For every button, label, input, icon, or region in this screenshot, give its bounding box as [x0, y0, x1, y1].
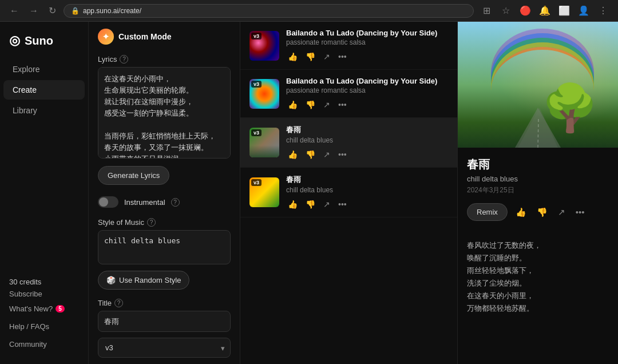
version-badge: v3: [251, 33, 262, 39]
song-title: Bailando a Tu Lado (Dancing by Your Side…: [286, 29, 448, 37]
sidebar: ◎ Suno Explore Create Library 30 credits…: [0, 22, 89, 364]
logo-icon: ◎: [9, 33, 20, 48]
style-section-label: Style of Music ?: [89, 213, 240, 230]
ext-icon-1[interactable]: 🔴: [517, 3, 533, 19]
song-title: Bailando a Tu Lado (Dancing by Your Side…: [286, 77, 448, 85]
forward-button[interactable]: →: [26, 5, 41, 17]
detail-image: [458, 22, 618, 148]
sidebar-item-explore[interactable]: Explore: [3, 60, 85, 79]
share-button[interactable]: ↗: [322, 99, 332, 110]
detail-lyrics: 春风吹过了无数的夜， 唤醒了沉睡的野。 雨丝轻轻地飘落下， 洗淡了尘埃的烟。 在…: [458, 239, 618, 325]
more-button[interactable]: •••: [336, 51, 348, 62]
song-info: Bailando a Tu Lado (Dancing by Your Side…: [286, 77, 448, 110]
remix-button[interactable]: Remix: [467, 203, 508, 221]
dislike-button[interactable]: 👎: [304, 199, 317, 210]
detail-genre: chill delta blues: [467, 175, 609, 183]
main-content: ◎ Suno Explore Create Library 30 credits…: [0, 22, 618, 364]
translate-icon[interactable]: ⊞: [478, 3, 494, 19]
toggle-knob: [99, 197, 108, 207]
song-item[interactable]: v3 Bailando a Tu Lado (Dancing by Your S…: [240, 22, 457, 70]
share-button[interactable]: ↗: [322, 199, 332, 210]
like-button[interactable]: 👍: [286, 149, 299, 160]
share-button[interactable]: ↗: [322, 149, 332, 160]
instrumental-help-icon[interactable]: ?: [171, 198, 180, 207]
lyrics-help-icon[interactable]: ?: [120, 55, 128, 64]
song-item[interactable]: v3 Bailando a Tu Lado (Dancing by Your S…: [240, 70, 457, 118]
version-badge: v3: [251, 81, 262, 88]
detail-more-button[interactable]: •••: [573, 205, 587, 219]
detail-actions: Remix 👍 👎 ↗ •••: [467, 203, 609, 221]
custom-mode-label: Custom Mode: [118, 32, 172, 41]
refresh-button[interactable]: ↻: [46, 4, 59, 17]
detail-dislike-button[interactable]: 👎: [534, 205, 550, 220]
song-genre: chill delta blues: [286, 136, 448, 144]
whats-new-link[interactable]: What's New? 5: [9, 302, 79, 316]
tab-icon[interactable]: ⬜: [556, 3, 572, 19]
song-thumbnail: v3: [249, 177, 279, 207]
version-select-wrapper: v1 v2 v3 v4 ▾: [98, 338, 231, 358]
browser-icons: ⊞ ☆ 🔴 🔔 ⬜ 👤 ⋮: [478, 3, 611, 19]
song-info: 春雨 chill delta blues 👍 👎 ↗ •••: [286, 175, 448, 210]
song-item[interactable]: v3 春雨 chill delta blues 👍 👎 ↗ •••: [240, 168, 457, 217]
app-logo: ◎ Suno: [0, 29, 88, 60]
whats-new-badge: 5: [56, 305, 65, 312]
style-input[interactable]: chill delta blues: [98, 230, 231, 264]
custom-mode-header: ✦ Custom Mode: [89, 22, 240, 50]
lyrics-textarea[interactable]: 在这春天的小雨中， 生命展现出它美丽的轮廓。 就让我们在这细雨中漫步， 感受这一…: [98, 67, 231, 159]
subscribe-button[interactable]: Subscribe: [9, 290, 79, 298]
song-actions: 👍 👎 ↗ •••: [286, 51, 448, 62]
detail-title: 春雨: [467, 157, 609, 172]
song-thumbnail: v3: [249, 128, 279, 157]
instrumental-row: Instrumental ?: [89, 191, 240, 213]
lyrics-section-label: Lyrics ?: [89, 50, 240, 67]
dislike-button[interactable]: 👎: [304, 51, 317, 62]
title-input[interactable]: [98, 311, 231, 332]
detail-panel: 春雨 chill delta blues 2024年3月25日 Remix 👍 …: [458, 22, 618, 364]
community-link[interactable]: Community: [9, 337, 79, 351]
back-button[interactable]: ←: [7, 5, 22, 17]
profile-icon[interactable]: 👤: [576, 3, 592, 19]
instrumental-label: Instrumental: [124, 198, 165, 207]
song-genre: chill delta blues: [286, 186, 448, 194]
url-bar[interactable]: 🔒 app.suno.ai/create/: [64, 4, 474, 18]
dice-icon: 🎲: [106, 276, 116, 284]
song-title: 春雨: [286, 125, 448, 135]
version-select[interactable]: v1 v2 v3 v4: [98, 338, 231, 358]
style-help-icon[interactable]: ?: [147, 218, 156, 227]
more-button[interactable]: •••: [336, 199, 348, 210]
detail-share-button[interactable]: ↗: [556, 205, 568, 220]
title-help-icon[interactable]: ?: [114, 299, 123, 307]
create-panel: ✦ Custom Mode Lyrics ? 在这春天的小雨中， 生命展现出它美…: [89, 22, 240, 364]
menu-icon[interactable]: ⋮: [595, 3, 611, 19]
more-button[interactable]: •••: [336, 149, 348, 160]
browser-chrome: ← → ↻ 🔒 app.suno.ai/create/ ⊞ ☆ 🔴 🔔 ⬜ 👤 …: [0, 0, 618, 22]
share-button[interactable]: ↗: [322, 51, 332, 62]
sidebar-item-library[interactable]: Library: [3, 101, 85, 120]
like-button[interactable]: 👍: [286, 199, 299, 210]
detail-like-button[interactable]: 👍: [513, 205, 529, 220]
song-actions: 👍 👎 ↗ •••: [286, 149, 448, 160]
song-list: v3 Bailando a Tu Lado (Dancing by Your S…: [240, 22, 458, 364]
sidebar-item-create[interactable]: Create: [3, 80, 85, 100]
song-info: Bailando a Tu Lado (Dancing by Your Side…: [286, 29, 448, 62]
version-badge: v3: [251, 129, 262, 136]
dislike-button[interactable]: 👎: [304, 99, 317, 110]
more-button[interactable]: •••: [336, 99, 348, 110]
star-icon[interactable]: ☆: [498, 3, 514, 19]
detail-image-visual: [458, 22, 618, 148]
credits-display: 30 credits: [9, 278, 79, 286]
song-actions: 👍 👎 ↗ •••: [286, 199, 448, 210]
like-button[interactable]: 👍: [286, 99, 299, 110]
song-info: 春雨 chill delta blues 👍 👎 ↗ •••: [286, 125, 448, 160]
like-button[interactable]: 👍: [286, 51, 299, 62]
random-style-button[interactable]: 🎲 Use Random Style: [98, 271, 189, 290]
mode-icon: ✦: [98, 29, 114, 45]
ext-icon-2[interactable]: 🔔: [537, 3, 553, 19]
generate-lyrics-button[interactable]: Generate Lyrics: [98, 166, 169, 185]
instrumental-toggle[interactable]: [98, 196, 118, 208]
help-link[interactable]: Help / FAQs: [9, 319, 79, 334]
song-actions: 👍 👎 ↗ •••: [286, 99, 448, 110]
dislike-button[interactable]: 👎: [304, 149, 317, 160]
version-badge: v3: [251, 179, 262, 186]
song-item[interactable]: v3 春雨 chill delta blues 👍 👎 ↗ •••: [240, 118, 457, 168]
